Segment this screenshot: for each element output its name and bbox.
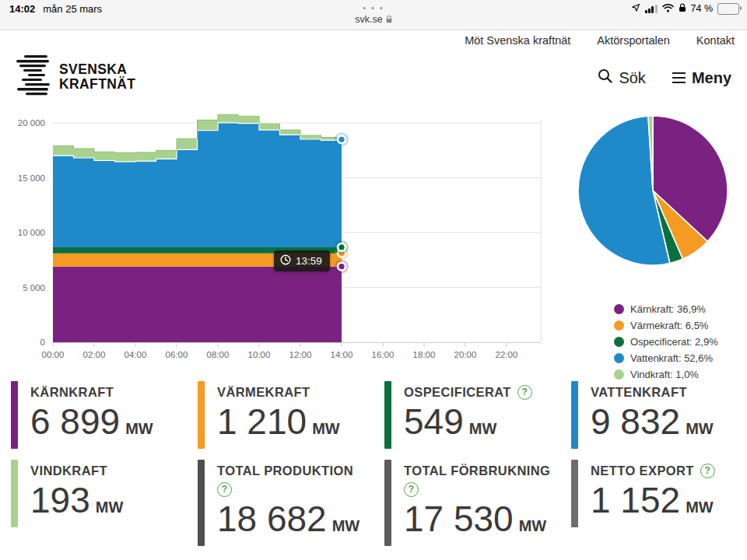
status-bar: 14:02mån 25 mars • • • svk.se 74 % [0, 0, 747, 30]
battery-icon [717, 3, 739, 15]
svg-text:00:00: 00:00 [42, 350, 65, 359]
battery-percent: 74 % [691, 3, 714, 14]
nav-link-aktorsportalen[interactable]: Aktörsportalen [597, 34, 670, 47]
card-unit: MW [125, 420, 153, 437]
cellular-icon [645, 5, 658, 13]
svg-text:06:00: 06:00 [166, 350, 188, 359]
legend-dot-karnkraft [614, 304, 624, 314]
svg-text:10:00: 10:00 [248, 350, 271, 359]
header-actions: Sök Meny [598, 68, 731, 87]
svg-text:18:00: 18:00 [413, 350, 436, 359]
svg-text:08:00: 08:00 [207, 350, 230, 359]
card-unit: MW [519, 517, 547, 534]
card-unit: MW [96, 499, 124, 516]
card-color-bar [11, 460, 18, 527]
legend-dot-vindkraft [614, 369, 624, 380]
logo-mark-icon [12, 53, 54, 101]
card-color-bar [384, 460, 391, 546]
address-bar[interactable]: svk.se [0, 14, 747, 26]
legend-dot-varmekraft [614, 320, 624, 331]
card-title: TOTAL FÖRBRUKNING [404, 461, 550, 480]
card-color-bar [11, 381, 18, 449]
search-label: Sök [619, 69, 645, 87]
production-area-chart[interactable]: 05 00010 00015 00020 00000:0002:0004:000… [0, 109, 552, 373]
search-icon [598, 68, 612, 87]
card-color-bar [198, 381, 205, 449]
lock-icon [386, 15, 392, 26]
card-title: TOTAL PRODUKTION [217, 461, 353, 480]
help-icon[interactable]: ? [404, 482, 419, 497]
help-icon[interactable]: ? [217, 482, 232, 497]
card-netto-export: NETTO EXPORT? 1 152MW [571, 460, 747, 527]
card-value: 1 152 [591, 480, 680, 520]
hamburger-icon [672, 72, 686, 83]
card-value: 549 [404, 401, 464, 442]
card-value: 1 210 [217, 401, 307, 442]
card-unit: MW [686, 420, 714, 437]
card-color-bar [571, 381, 578, 449]
svg-text:20:00: 20:00 [454, 350, 477, 359]
stat-cards: KÄRNKRAFT 6 899MW VÄRMEKRAFT 1 210MW OSP… [11, 381, 747, 546]
location-icon [631, 2, 640, 16]
svg-text:16:00: 16:00 [372, 350, 395, 359]
legend-item-ospecificerat: Ospecificerat: 2,9% [614, 334, 718, 350]
menu-label: Meny [692, 69, 731, 87]
card-title: KÄRNKRAFT [30, 383, 114, 401]
logo-text: SVENSKA KRAFTNÄT [59, 62, 135, 92]
search-button[interactable]: Sök [598, 68, 645, 87]
nav-link-kontakt[interactable]: Kontakt [696, 34, 735, 47]
legend-dot-vattenkraft [614, 353, 624, 363]
svg-text:04:00: 04:00 [124, 350, 147, 359]
card-color-bar [571, 460, 578, 527]
card-unit: MW [686, 499, 714, 516]
card-value: 6 899 [30, 401, 120, 442]
url-text: svk.se [355, 14, 382, 25]
card-unit: MW [332, 517, 360, 534]
help-icon[interactable]: ? [517, 385, 532, 400]
legend-item-varmekraft: Värmekraft: 6,5% [614, 317, 718, 334]
production-pie-chart[interactable] [576, 114, 730, 268]
card-vattenkraft: VATTENKRAFT 9 832MW [571, 381, 747, 449]
card-title: OSPECIFICERAT [404, 383, 511, 401]
svg-text:02:00: 02:00 [83, 350, 106, 359]
card-unit: MW [312, 420, 340, 437]
tooltip-time: 13:59 [296, 255, 322, 267]
svg-text:0: 0 [40, 338, 45, 347]
card-karnkraft: KÄRNKRAFT 6 899MW [11, 381, 198, 449]
legend-item-vindkraft: Vindkraft: 1,0% [614, 366, 718, 383]
menu-button[interactable]: Meny [672, 69, 731, 87]
card-value: 17 530 [404, 499, 514, 539]
legend-dot-ospecificerat [614, 337, 624, 347]
svg-text:15 000: 15 000 [18, 173, 45, 183]
nav-link-mot-svenska-kraftnat[interactable]: Möt Svenska kraftnät [465, 34, 570, 47]
status-icons: 74 % [631, 2, 739, 15]
wifi-icon [662, 2, 674, 16]
utility-nav: Möt Svenska kraftnät Aktörsportalen Kont… [0, 30, 735, 51]
card-title: NETTO EXPORT [591, 461, 694, 480]
chart-tooltip: 13:59 [274, 250, 330, 271]
card-value: 18 682 [217, 499, 327, 539]
card-varmekraft: VÄRMEKRAFT 1 210MW [198, 381, 384, 449]
svg-text:10 000: 10 000 [18, 228, 45, 237]
card-title: VATTENKRAFT [591, 383, 687, 401]
help-icon[interactable]: ? [700, 464, 715, 478]
svg-text:12:00: 12:00 [289, 350, 312, 359]
card-title: VÄRMEKRAFT [217, 383, 310, 401]
production-chart-svg[interactable]: 05 00010 00015 00020 00000:0002:0004:000… [0, 109, 552, 373]
card-vindkraft: VINDKRAFT 193MW [11, 460, 198, 527]
svg-text:5 000: 5 000 [23, 283, 45, 292]
orientation-lock-icon [679, 2, 686, 16]
card-title: VINDKRAFT [30, 461, 107, 480]
card-ospecificerat: OSPECIFICERAT? 549MW [384, 381, 571, 449]
svg-text:14:00: 14:00 [331, 350, 353, 359]
card-total-forbrukning: TOTAL FÖRBRUKNING ? 17 530MW [384, 460, 571, 546]
card-unit: MW [469, 420, 497, 437]
card-value: 9 832 [591, 401, 680, 442]
card-color-bar [384, 381, 391, 449]
card-color-bar [198, 460, 205, 546]
svg-text:22:00: 22:00 [496, 350, 518, 359]
svenska-kraftnat-logo[interactable]: SVENSKA KRAFTNÄT [12, 53, 135, 101]
clock-icon [280, 254, 291, 268]
legend-item-vattenkraft: Vattenkraft: 52,6% [614, 350, 718, 366]
svg-text:20 000: 20 000 [18, 118, 45, 128]
